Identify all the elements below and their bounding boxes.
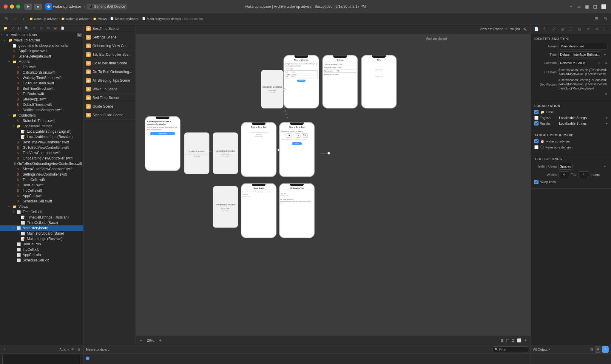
- editor-layout-icon[interactable]: ▣: [584, 4, 590, 10]
- tree-scenedelegate[interactable]: S SceneDelegate.swift: [0, 54, 83, 59]
- test-icon[interactable]: ◇: [38, 25, 44, 31]
- warning-icon[interactable]: ⚠: [31, 25, 37, 31]
- tree-tipcell-swift[interactable]: S TipCell.swift: [0, 188, 83, 193]
- filter-input-center[interactable]: [499, 348, 526, 351]
- tree-sleepguide-vc[interactable]: S SleepGuideViewController.swift: [0, 166, 83, 172]
- tree-bedcell-xib[interactable]: ⬜ BedCell.xib: [0, 241, 83, 247]
- localization-base-checkbox[interactable]: [534, 110, 539, 114]
- scene-gotobed[interactable]: ▣ Go to bed time Scene: [84, 59, 135, 68]
- tree-controllers[interactable]: ▾ 📁 Controllers: [0, 113, 83, 118]
- localization-english-checkbox[interactable]: [534, 116, 539, 120]
- phone-gotobed-calc[interactable]: Time to Go to Bed Choose time you want t…: [279, 122, 315, 177]
- tree-local-en[interactable]: 📝 Localizable.strings (English): [0, 129, 83, 134]
- scene-sleeping-tips[interactable]: ▣ All Sleeping Tips Scene: [84, 76, 135, 85]
- target-wakeup-checkbox[interactable]: [534, 139, 539, 143]
- maximize-button[interactable]: [16, 4, 20, 9]
- breadcrumb-storyboard[interactable]: Main.storyboard: [115, 17, 138, 21]
- gear-icon[interactable]: ⚙: [604, 61, 607, 65]
- tree-timecell-swift[interactable]: S TimeCell.swift: [0, 177, 83, 182]
- tree-main-storyboard[interactable]: ▾ ⬜ Main.storyboard: [0, 225, 83, 231]
- minus-btn[interactable]: －: [8, 347, 14, 352]
- phone-onboarding[interactable]: A good night consists of 5-6 complete sl…: [145, 116, 180, 171]
- connections-tab[interactable]: ↗: [585, 26, 592, 33]
- tree-root[interactable]: ▾ ⚙ wake up adviser M: [0, 32, 83, 38]
- scene-gotobed-onboarding[interactable]: ▣ Go To Bed Onboarding...: [84, 68, 135, 76]
- inspector-type-select[interactable]: Default - Interface Builder...: [558, 51, 601, 58]
- tree-tipcell-xib[interactable]: ⬜ TipCell.xib: [0, 247, 83, 252]
- tree-main-strings-ru[interactable]: 📝 Main.strings (Russian): [0, 236, 83, 241]
- indent-width-input[interactable]: [578, 171, 589, 178]
- all-output-arrow[interactable]: ▾: [549, 348, 550, 351]
- scene-settings[interactable]: ▣ Settings Scene: [84, 33, 135, 42]
- seg-btn-1[interactable]: ⊞: [595, 346, 601, 353]
- trash-icon[interactable]: 🗑: [590, 347, 594, 351]
- scene-wakeup[interactable]: ▣ Wake up Scene: [84, 85, 135, 94]
- localization-russian-checkbox[interactable]: [534, 121, 539, 126]
- tree-tips-vc[interactable]: S TipsViewController.swift: [0, 150, 83, 156]
- zoom-in-btn[interactable]: ＋: [158, 338, 162, 343]
- tree-local-ru[interactable]: 📝 Localizable.strings (Russian): [0, 134, 83, 140]
- run-button[interactable]: ▶: [24, 4, 32, 10]
- bindings-tab[interactable]: ⚙: [593, 26, 601, 33]
- tree-entitlements[interactable]: 📄 good time to sleep.entitlements: [0, 43, 83, 48]
- inspector-name-input[interactable]: [558, 43, 607, 49]
- minimize-button[interactable]: [10, 4, 14, 9]
- grid-btn[interactable]: ⊞: [77, 347, 81, 351]
- folder-icon[interactable]: 📁: [2, 25, 8, 31]
- tree-notification[interactable]: S NotificationManager.swift: [0, 107, 83, 113]
- attribs-tab[interactable]: ☰: [567, 26, 575, 33]
- tree-appcell-xib[interactable]: ⬜ AppCell.xib: [0, 252, 83, 258]
- seg-btn-2[interactable]: ≡: [602, 346, 609, 353]
- tree-tip[interactable]: S Tip.swift: [0, 64, 83, 70]
- tree-tipbrain[interactable]: S TipBrain.swift: [0, 91, 83, 97]
- tree-models[interactable]: ▾ 📁 Models: [0, 59, 83, 64]
- phone-gotobed[interactable]: Time to Go to Bed If you want to wake up…: [241, 122, 277, 177]
- tree-wakeuptime[interactable]: S WakeUpTimeStruct.swift: [0, 75, 83, 80]
- tree-gotobed-vc[interactable]: S GoToBedViewController.swift: [0, 145, 83, 150]
- phone-settings[interactable]: Settings ☾ Time to fall asleep 0 min Sle…: [322, 55, 358, 109]
- stop-button[interactable]: ■: [34, 4, 42, 10]
- tree-calcbrain[interactable]: S CalculatorBrain.swift: [0, 70, 83, 75]
- tree-defaulttimes[interactable]: S DefaultTimes.swift: [0, 102, 83, 107]
- tree-besttime-vc[interactable]: S BestTimeViewController.swift: [0, 140, 83, 145]
- debug-icon[interactable]: ≫: [45, 25, 51, 31]
- tree-bedtime[interactable]: S BedTimeStruct.swift: [0, 86, 83, 91]
- breadcrumb-project[interactable]: wake up adviser: [66, 17, 90, 21]
- list-icon[interactable]: ☰: [593, 15, 600, 22]
- navigator-icon[interactable]: ◫: [592, 4, 598, 10]
- breadcrumb-views[interactable]: Views: [98, 17, 107, 21]
- phone-title[interactable]: Title Table View Prototype Cells: [361, 55, 397, 109]
- scene-tabbar[interactable]: ▣ Tab Bar Controller Sce...: [84, 50, 135, 59]
- add-icon[interactable]: ＋: [524, 338, 527, 343]
- close-button[interactable]: [4, 4, 8, 9]
- auto-label[interactable]: Auto: [59, 348, 66, 351]
- file-inspector-tab[interactable]: 📄: [533, 26, 540, 33]
- tree-timecell-str-ru[interactable]: 📝 TimeCell.strings (Russian): [0, 215, 83, 220]
- tree-appcell-swift[interactable]: S AppCell.swift: [0, 193, 83, 199]
- zoom-actual-icon[interactable]: ⊡: [512, 338, 515, 343]
- tree-gotobrain[interactable]: S GoToBedBrain.swift: [0, 80, 83, 86]
- tree-localizable[interactable]: ▾ 📁 Localizable.strings: [0, 123, 83, 129]
- tree-timecell-xib[interactable]: ▾ ⬜ TimeCell.xib: [0, 209, 83, 215]
- localization-english-dropdown[interactable]: ▾: [606, 116, 607, 120]
- eye-btn[interactable]: 👁: [70, 347, 75, 351]
- tree-app-group[interactable]: ▾ 📁 wake up adviser: [0, 38, 83, 43]
- tree-bedcell-swift[interactable]: S BedCell.swift: [0, 182, 83, 188]
- breadcrumb-root[interactable]: wake up adviser: [34, 17, 58, 21]
- tree-views[interactable]: ▾ 📁 Views: [0, 204, 83, 209]
- target-extension-checkbox[interactable]: [534, 145, 539, 149]
- report-icon[interactable]: 📋: [60, 25, 66, 31]
- wrap-lines-checkbox[interactable]: [534, 180, 539, 184]
- tree-schedulecell-xib[interactable]: ⬜ ScheduleCell.xib: [0, 258, 83, 263]
- tab-width-input[interactable]: [558, 171, 569, 178]
- scene-besttime[interactable]: ▣ BestTime Scene: [84, 24, 135, 33]
- tree-schedule[interactable]: S ScheduleTimes.swift: [0, 118, 83, 123]
- tree-timecell-base[interactable]: ⬜ TimeCell.xib (Base): [0, 220, 83, 225]
- tree-main-storyboard-base[interactable]: ⬜ Main.storyboard (Base): [0, 231, 83, 236]
- size-tab[interactable]: ⊡: [576, 26, 583, 33]
- inspector-location-select[interactable]: Relative to Group: [558, 60, 587, 66]
- breakpoint-icon[interactable]: ⦿: [53, 25, 58, 31]
- vieweffects-tab[interactable]: ⬚: [602, 26, 609, 33]
- nav-back-btn[interactable]: ‹: [11, 15, 18, 22]
- source-ctrl-icon[interactable]: ⎇: [10, 25, 16, 31]
